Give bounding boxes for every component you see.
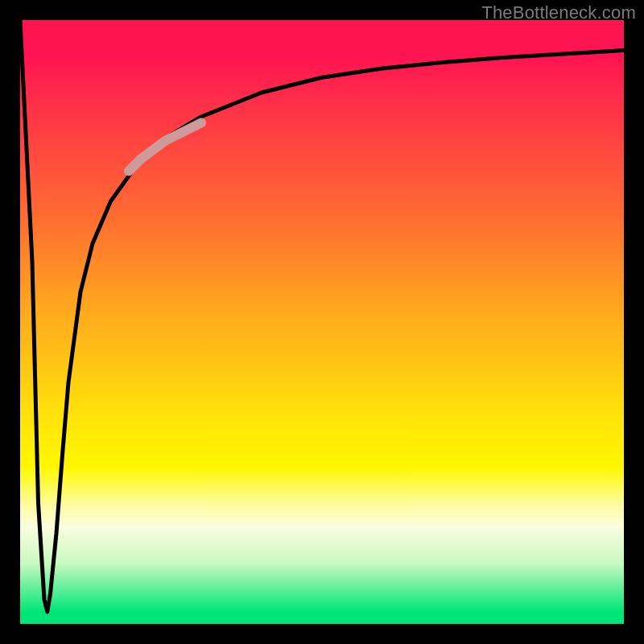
chart-frame: TheBottleneck.com	[0, 0, 644, 644]
bottleneck-curve	[20, 20, 624, 612]
curve-svg	[20, 20, 624, 624]
curve-group	[20, 20, 624, 612]
plot-area	[20, 20, 624, 624]
curve-highlight-segment	[129, 123, 201, 171]
